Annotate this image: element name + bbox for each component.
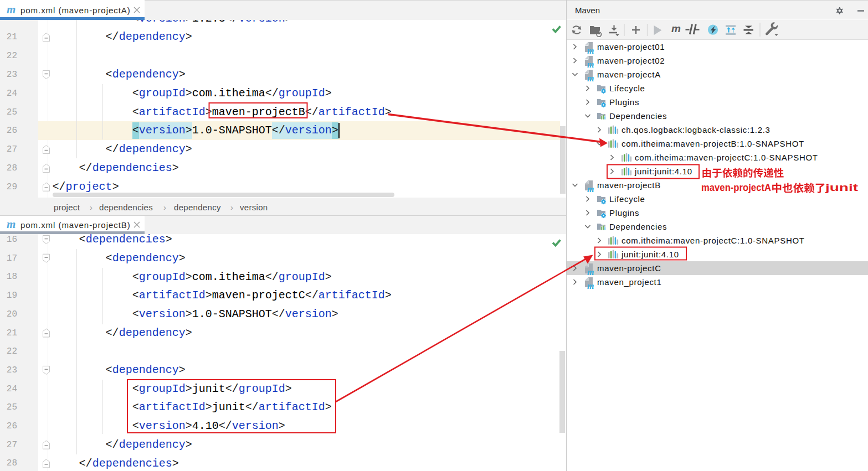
- svg-text:maven-projectA: maven-projectA: [701, 182, 771, 193]
- svg-text:junit: junit: [825, 182, 859, 193]
